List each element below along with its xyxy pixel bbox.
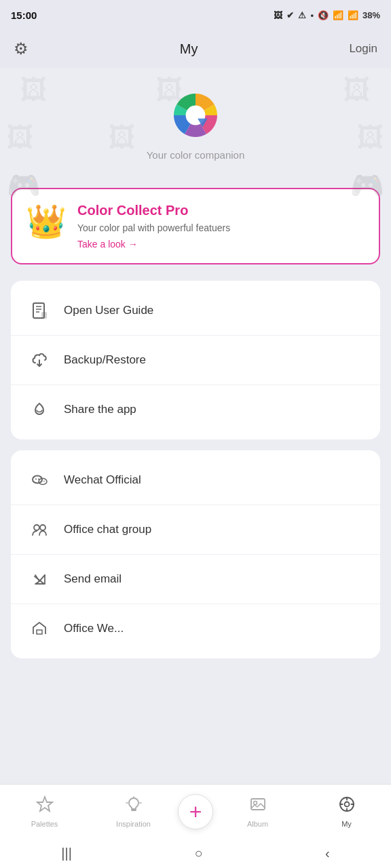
- svg-rect-22: [251, 799, 265, 810]
- menu-group-1: Open User Guide Backup/Restore Share the…: [11, 281, 380, 439]
- app-logo: [168, 88, 223, 142]
- menu-item-share[interactable]: Share the app: [11, 385, 380, 434]
- menu-item-wechat[interactable]: Wechat Official: [11, 456, 380, 505]
- pro-description: Your color pal with powerful featuers: [77, 222, 365, 233]
- album-icon: [249, 795, 267, 817]
- svg-point-13: [34, 525, 39, 530]
- wechat-label: Wechat Official: [64, 473, 141, 487]
- recent-apps-icon[interactable]: |||: [61, 846, 72, 861]
- backup-icon: [27, 348, 52, 372]
- crown-icon: 👑: [26, 205, 67, 238]
- system-nav: ||| ○ ‹: [0, 838, 391, 868]
- bg-icon-8: 🎮: [350, 170, 384, 201]
- status-shield-icon: ✔: [286, 10, 294, 20]
- nav-item-my[interactable]: My: [302, 795, 391, 828]
- share-icon: [27, 397, 52, 422]
- wechat-icon: [27, 468, 52, 492]
- status-mute-icon: 🔇: [318, 10, 329, 20]
- bg-icon-5: 🖼: [109, 122, 136, 153]
- svg-point-25: [344, 802, 349, 806]
- email-icon: [27, 567, 52, 591]
- svg-point-12: [43, 481, 45, 482]
- add-plus-icon: +: [189, 801, 202, 823]
- bg-icon-1: 🖼: [20, 75, 48, 105]
- menu-item-user-guide[interactable]: Open User Guide: [11, 286, 380, 336]
- my-icon: [338, 795, 356, 817]
- office-we-icon: [27, 616, 52, 641]
- pro-link[interactable]: Take a look →: [77, 239, 365, 250]
- svg-point-11: [41, 481, 43, 482]
- svg-point-9: [35, 479, 37, 480]
- status-battery: 38%: [362, 10, 380, 20]
- login-button[interactable]: Login: [349, 42, 377, 56]
- user-guide-icon: [27, 298, 52, 323]
- menu-group-2: Wechat Official Office chat group: [11, 450, 380, 658]
- status-time: 15:00: [11, 9, 37, 21]
- main-content: 🖼 🖼 🖼 🖼 🖼 🖼 🎮 🎮: [0, 68, 391, 868]
- status-bar: 15:00 🖼 ✔ ⚠ • 🔇 📶 📶 38%: [0, 0, 391, 30]
- menu-item-email[interactable]: Send email: [11, 555, 380, 604]
- svg-point-7: [33, 476, 42, 484]
- inspiration-label: Inspiration: [116, 820, 151, 828]
- add-button[interactable]: +: [178, 794, 213, 829]
- inspiration-icon: [125, 795, 143, 817]
- office-chat-icon: [27, 517, 52, 542]
- bg-icon-4: 🖼: [7, 122, 34, 153]
- app-tagline: Your color companion: [147, 149, 245, 161]
- backup-label: Backup/Restore: [64, 353, 146, 367]
- nav-item-palettes[interactable]: Palettes: [0, 795, 89, 828]
- settings-icon[interactable]: ⚙: [14, 39, 29, 58]
- menu-item-office-we[interactable]: Office We...: [11, 604, 380, 653]
- pro-text: Color Collect Pro Your color pal with po…: [77, 203, 365, 250]
- my-label: My: [341, 820, 352, 828]
- share-label: Share the app: [64, 403, 136, 416]
- svg-point-8: [39, 479, 47, 485]
- nav-item-album[interactable]: Album: [213, 795, 302, 828]
- bg-icon-7: 🎮: [7, 170, 41, 201]
- back-icon[interactable]: ‹: [325, 846, 330, 861]
- svg-rect-16: [37, 630, 42, 634]
- album-label: Album: [247, 820, 268, 828]
- user-guide-label: Open User Guide: [64, 304, 153, 317]
- svg-point-14: [40, 525, 45, 530]
- bg-icon-6: 🖼: [357, 122, 384, 153]
- svg-marker-17: [37, 797, 52, 811]
- nav-item-inspiration[interactable]: Inspiration: [89, 795, 178, 828]
- office-we-label: Office We...: [64, 622, 124, 635]
- status-icons: 🖼 ✔ ⚠ • 🔇 📶 📶 38%: [274, 10, 380, 20]
- palettes-icon: [36, 795, 54, 817]
- menu-item-office-chat[interactable]: Office chat group: [11, 505, 380, 555]
- hero-section: 🖼 🖼 🖼 🖼 🖼 🖼 🎮 🎮: [0, 68, 391, 188]
- status-signal-icon: 📶: [348, 10, 358, 20]
- svg-point-23: [253, 801, 257, 804]
- status-warning-icon: ⚠: [298, 10, 306, 20]
- status-dot-icon: •: [310, 10, 314, 20]
- page-title: My: [180, 41, 198, 57]
- pro-title: Color Collect Pro: [77, 203, 365, 218]
- email-label: Send email: [64, 572, 122, 586]
- palettes-label: Palettes: [31, 820, 58, 828]
- bottom-nav: Palettes Inspiration + Album: [0, 784, 391, 838]
- home-icon[interactable]: ○: [194, 846, 202, 861]
- svg-point-10: [38, 479, 39, 480]
- office-chat-label: Office chat group: [64, 523, 151, 536]
- svg-rect-5: [41, 312, 47, 319]
- top-nav: ⚙ My Login: [0, 30, 391, 68]
- menu-item-backup[interactable]: Backup/Restore: [11, 336, 380, 385]
- status-wifi-icon: 📶: [333, 10, 343, 20]
- status-photo-icon: 🖼: [274, 10, 282, 20]
- bg-icon-3: 🖼: [343, 75, 371, 105]
